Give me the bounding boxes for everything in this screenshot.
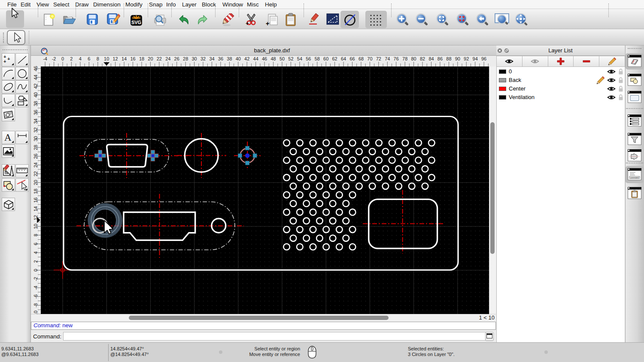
svg-text:34: 34	[209, 56, 214, 61]
svg-text:88: 88	[446, 56, 451, 61]
svg-text:-4: -4	[33, 286, 38, 290]
svg-text:42: 42	[244, 56, 249, 61]
svg-text:16: 16	[130, 56, 135, 61]
svg-text:30: 30	[191, 56, 197, 61]
svg-text:28: 28	[33, 145, 38, 150]
svg-text:+: +	[266, 20, 269, 26]
svg-text:28: 28	[183, 56, 188, 61]
svg-text:-10: -10	[33, 311, 38, 314]
svg-text:78: 78	[402, 56, 407, 61]
svg-text:18: 18	[139, 56, 144, 61]
svg-text:16: 16	[33, 197, 38, 202]
svg-text:64: 64	[341, 56, 346, 61]
svg-text:18: 18	[33, 189, 38, 194]
svg-text:74: 74	[385, 56, 390, 61]
svg-text:90: 90	[455, 56, 460, 61]
svg-text:92: 92	[464, 56, 469, 61]
svg-text:-6: -6	[33, 294, 38, 299]
svg-text:2: 2	[33, 260, 38, 263]
svg-text:46: 46	[262, 56, 267, 61]
svg-text:60: 60	[323, 56, 328, 61]
svg-text:76: 76	[394, 56, 399, 61]
svg-text:38: 38	[33, 101, 38, 106]
svg-text:86: 86	[437, 56, 443, 61]
svg-text:+: +	[246, 20, 249, 27]
svg-text:4: 4	[79, 56, 82, 61]
svg-text:4: 4	[33, 251, 38, 254]
svg-text:94: 94	[473, 56, 478, 61]
svg-text:24: 24	[165, 56, 170, 61]
svg-text:command: command	[630, 177, 639, 179]
svg-text:26: 26	[174, 56, 179, 61]
svg-text:20: 20	[148, 56, 153, 61]
svg-text:38: 38	[227, 56, 232, 61]
svg-text:62: 62	[332, 56, 337, 61]
svg-text:A: A	[4, 132, 12, 143]
svg-text:0: 0	[61, 56, 64, 61]
svg-text:24: 24	[33, 163, 38, 168]
svg-text:8: 8	[33, 234, 38, 236]
svg-text:46: 46	[33, 66, 38, 71]
svg-text:50: 50	[279, 56, 285, 61]
svg-text:80: 80	[411, 56, 416, 61]
svg-text:SVG: SVG	[131, 20, 141, 25]
svg-text:10: 10	[33, 224, 38, 229]
svg-text:+: +	[7, 57, 10, 62]
svg-text:72: 72	[376, 56, 381, 61]
svg-text:32: 32	[200, 56, 206, 61]
svg-text:-2: -2	[52, 56, 56, 61]
svg-text:70: 70	[367, 56, 372, 61]
svg-text:82: 82	[420, 56, 425, 61]
svg-text:10: 10	[104, 56, 109, 61]
svg-text:-2: -2	[33, 277, 38, 281]
svg-text:14: 14	[122, 56, 127, 61]
svg-text:34: 34	[33, 118, 38, 124]
svg-text:44: 44	[253, 56, 258, 61]
svg-text:14: 14	[33, 206, 38, 211]
svg-text:52: 52	[288, 56, 293, 61]
svg-text:+: +	[3, 59, 6, 64]
svg-text:2: 2	[70, 56, 73, 61]
svg-text:42: 42	[33, 84, 38, 89]
svg-text:6: 6	[88, 56, 90, 61]
svg-text:36: 36	[33, 110, 38, 115]
svg-text:36: 36	[218, 56, 223, 61]
svg-text:48: 48	[270, 56, 276, 61]
svg-text:30: 30	[33, 136, 38, 141]
svg-text:58: 58	[315, 56, 320, 61]
svg-text:6: 6	[33, 243, 38, 245]
svg-text:66: 66	[349, 56, 355, 61]
svg-text:68: 68	[358, 56, 364, 61]
svg-text:32: 32	[33, 127, 38, 133]
svg-text:22: 22	[157, 56, 162, 61]
svg-text:26: 26	[33, 154, 38, 159]
svg-text:20: 20	[33, 180, 38, 185]
svg-text:40: 40	[236, 56, 241, 61]
svg-text:8: 8	[97, 56, 99, 61]
svg-text:-8: -8	[33, 303, 38, 308]
svg-text:-4: -4	[43, 56, 47, 61]
svg-text:40: 40	[33, 92, 38, 97]
svg-text:12: 12	[112, 56, 118, 61]
svg-text:54: 54	[297, 56, 302, 61]
svg-text:56: 56	[306, 56, 311, 61]
svg-text:84: 84	[428, 56, 434, 61]
svg-text:44: 44	[33, 75, 38, 80]
svg-text:22: 22	[33, 171, 38, 176]
svg-text:0: 0	[33, 269, 38, 272]
svg-text:96: 96	[481, 56, 486, 61]
